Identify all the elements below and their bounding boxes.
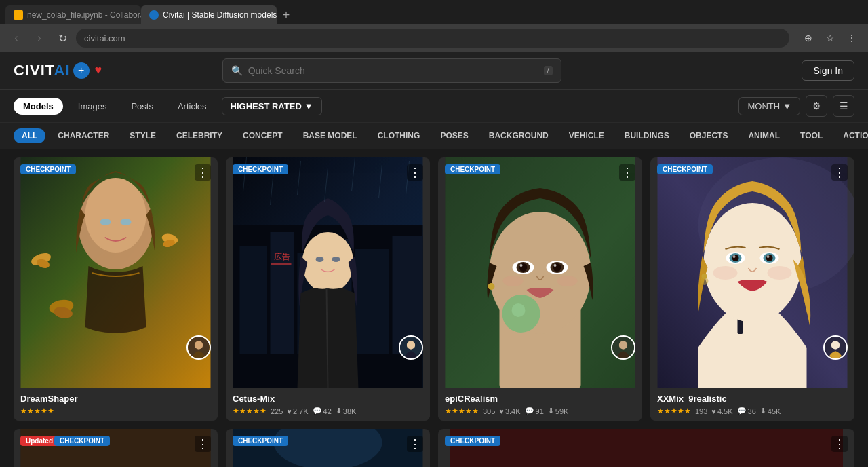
tab-colab[interactable]: new_colab_file.ipynb - Collabora... ✕ <box>5 5 141 24</box>
search-input[interactable] <box>248 65 538 76</box>
svg-point-49 <box>554 264 557 267</box>
card-dreamshaper-title: DreamShaper <box>20 394 211 404</box>
card-xxmix-image <box>650 157 854 388</box>
svg-point-27 <box>316 257 324 262</box>
bottom-card-1[interactable]: Updated CHECKPOINT ⋮ <box>14 429 218 467</box>
card-cetus-mix[interactable]: 広告 店 <box>226 157 430 421</box>
card-xxmix-title: XXMix_9realistic <box>657 394 848 404</box>
cat-tool[interactable]: TOOL <box>792 128 831 143</box>
bottom-card-2[interactable]: CHECKPOINT ⋮ <box>226 429 430 467</box>
cat-clothing[interactable]: CLOTHING <box>370 128 429 143</box>
cat-celebrity[interactable]: CELEBRITY <box>168 128 231 143</box>
tab-civitai-label: Civitai | Stable Diffusion models... <box>163 10 277 20</box>
svg-point-72 <box>701 277 709 285</box>
nav-images[interactable]: Images <box>68 98 117 115</box>
favorites-icon[interactable]: ♥ <box>95 63 102 77</box>
svg-point-53 <box>503 276 524 286</box>
cat-buildings[interactable]: BUILDINGS <box>616 128 677 143</box>
cetus-stars: ★★★★★ <box>233 407 267 415</box>
cat-poses[interactable]: POSES <box>432 128 476 143</box>
svg-point-60 <box>704 203 802 322</box>
card-dreamshaper-image <box>14 157 218 388</box>
menu-button[interactable]: ⋮ <box>842 29 861 48</box>
card-epicrealism-menu[interactable]: ⋮ <box>619 164 635 181</box>
card-cetus-stats: ★★★★★ 225 ♥ 2.7K 💬 42 ⬇ 38K <box>233 407 423 415</box>
svg-point-26 <box>302 232 354 293</box>
period-button[interactable]: MONTH ▼ <box>738 97 800 115</box>
card-epicrealism[interactable]: CHECKPOINT ⋮ epiCRealism ★★★★★ 305 ♥ 3.4… <box>438 157 642 421</box>
cat-animal[interactable]: ANIMAL <box>740 128 788 143</box>
card-cetus-avatar <box>399 335 423 360</box>
svg-rect-76 <box>21 429 211 467</box>
cat-style[interactable]: STYLE <box>121 128 164 143</box>
cat-character[interactable]: CHARACTER <box>50 128 117 143</box>
refresh-button[interactable]: ↻ <box>53 29 72 48</box>
bottom-badge-3: CHECKPOINT <box>445 436 500 446</box>
card-dreamshaper[interactable]: CHECKPOINT ⋮ DreamShaper ★★★★★ <box>14 157 218 421</box>
xxmix-rating-count: 193 <box>695 407 707 415</box>
card-xxmix-avatar <box>823 335 848 360</box>
cetus-comments: 💬 42 <box>313 407 332 415</box>
filter-button[interactable]: ⚙ <box>806 95 827 117</box>
svg-rect-23 <box>271 263 292 265</box>
card-xxmix-badge: CHECKPOINT <box>657 164 713 174</box>
period-chevron-icon: ▼ <box>783 101 791 111</box>
sort-label: HIGHEST RATED <box>231 101 302 111</box>
card-xxmix-menu[interactable]: ⋮ <box>831 164 848 181</box>
model-grid: CHECKPOINT ⋮ DreamShaper ★★★★★ <box>0 149 868 429</box>
cat-base-model[interactable]: BASE MODEL <box>295 128 366 143</box>
tab-colab-label: new_colab_file.ipynb - Collabora... <box>27 10 141 20</box>
colab-favicon <box>14 10 23 20</box>
cat-concept[interactable]: CONCEPT <box>235 128 291 143</box>
sort-chevron-icon: ▼ <box>304 101 313 111</box>
nav-models[interactable]: Models <box>14 98 63 115</box>
bottom-card-3[interactable]: CHECKPOINT ⋮ <box>438 429 854 467</box>
svg-point-12 <box>195 341 203 349</box>
cat-objects[interactable]: OBJECTS <box>682 128 736 143</box>
card-cetus-badge: CHECKPOINT <box>233 164 288 174</box>
card-cetus-menu[interactable]: ⋮ <box>407 164 423 181</box>
cat-background[interactable]: BACKGROUND <box>481 128 557 143</box>
card-epicrealism-title: epiCRealism <box>445 394 635 404</box>
period-label: MONTH <box>747 101 780 111</box>
bottom-menu-2[interactable]: ⋮ <box>407 436 423 452</box>
sort-button[interactable]: HIGHEST RATED ▼ <box>222 97 322 115</box>
cat-action[interactable]: ACTION <box>835 128 868 143</box>
card-cetus-title: Cetus-Mix <box>233 394 423 404</box>
card-epicrealism-image <box>438 157 642 388</box>
svg-point-37 <box>407 341 415 349</box>
svg-text:広告: 広告 <box>274 252 290 261</box>
card-epicrealism-badge: CHECKPOINT <box>445 164 500 174</box>
card-xxmix-footer: XXMix_9realistic ★★★★★ 193 ♥ 4.5K 💬 36 ⬇… <box>650 388 854 421</box>
card-dreamshaper-menu[interactable]: ⋮ <box>195 164 211 181</box>
logo: CIVITAI <box>14 62 71 79</box>
new-tab-button[interactable]: + <box>277 5 296 24</box>
bottom-menu-1[interactable]: ⋮ <box>195 436 211 452</box>
svg-point-70 <box>768 266 792 280</box>
card-epicrealism-stats: ★★★★★ 305 ♥ 3.4K 💬 91 ⬇ 59K <box>445 407 635 415</box>
svg-point-67 <box>766 255 773 261</box>
dreamshaper-stars: ★★★★★ <box>20 407 54 415</box>
bookmark-button[interactable]: ☆ <box>821 29 840 48</box>
card-dreamshaper-badge: CHECKPOINT <box>20 164 76 174</box>
back-button[interactable]: ‹ <box>7 29 26 48</box>
svg-point-78 <box>274 429 382 467</box>
nav-articles[interactable]: Articles <box>168 98 216 115</box>
card-xxmix[interactable]: CHECKPOINT ⋮ XXMix_9realistic ★★★★★ 193 … <box>650 157 854 421</box>
card-epicrealism-avatar <box>611 335 635 360</box>
forward-button[interactable]: › <box>30 29 49 48</box>
extensions-button[interactable]: ⊕ <box>799 29 818 48</box>
address-bar[interactable]: civitai.com <box>76 29 789 48</box>
cat-vehicle[interactable]: VEHICLE <box>561 128 612 143</box>
signin-button[interactable]: Sign In <box>802 60 854 81</box>
nav-posts[interactable]: Posts <box>121 98 163 115</box>
card-xxmix-stats: ★★★★★ 193 ♥ 4.5K 💬 36 ⬇ 45K <box>657 407 848 415</box>
civitai-favicon <box>149 10 159 20</box>
cat-all[interactable]: ALL <box>14 128 45 143</box>
tab-civitai[interactable]: Civitai | Stable Diffusion models... ✕ <box>141 5 277 24</box>
bottom-menu-3[interactable]: ⋮ <box>831 436 848 452</box>
card-cetus-mix-image: 広告 店 <box>226 157 430 388</box>
layout-button[interactable]: ☰ <box>833 95 854 117</box>
add-button[interactable]: + <box>73 62 90 79</box>
app-header: CIVITAI + ♥ 🔍 / Sign In <box>0 52 868 90</box>
